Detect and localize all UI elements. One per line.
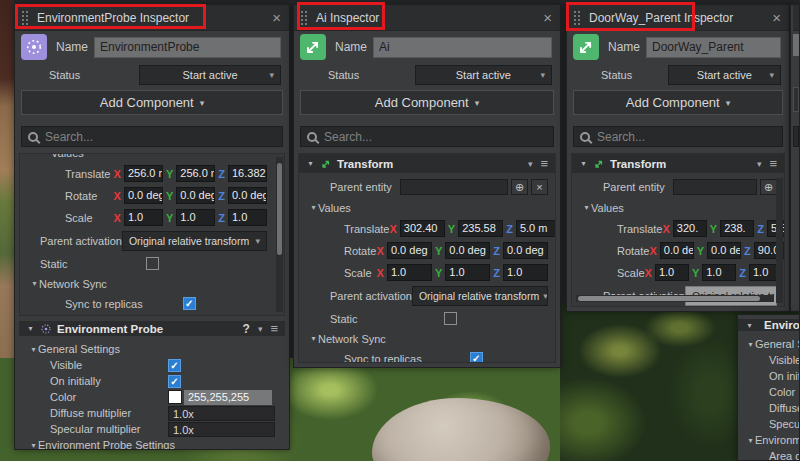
rotate-x-field[interactable]: 0.0 deg	[660, 242, 694, 259]
rotate-z-field[interactable]: 0.0 deg	[228, 187, 267, 204]
entity-name-input[interactable]	[646, 37, 781, 58]
drag-handle-icon[interactable]	[573, 10, 581, 25]
vertical-scrollbar[interactable]	[276, 157, 283, 312]
environment-probe-header[interactable]: ▾ Environment Probe ? ▾ ≡	[19, 321, 285, 336]
translate-y-field[interactable]: 238.	[720, 220, 754, 237]
search-box[interactable]: Search...	[573, 126, 783, 147]
translate-z-field[interactable]: 16.382	[228, 165, 267, 182]
add-component-button[interactable]	[793, 87, 799, 112]
collapse-arrow-icon[interactable]: ▾	[582, 203, 591, 212]
scale-z-field[interactable]: 1.0	[503, 264, 548, 281]
close-icon[interactable]: ×	[772, 10, 781, 25]
translate-x-field[interactable]: 320.	[673, 220, 707, 237]
collapse-arrow-icon[interactable]: ▾	[30, 279, 39, 288]
chevron-down-icon[interactable]: ▾	[757, 159, 762, 169]
specular-multiplier-field[interactable]: 1.0x	[168, 422, 275, 437]
entity-name-input[interactable]	[373, 37, 552, 58]
chevron-down-icon[interactable]: ▾	[258, 324, 263, 334]
collapse-arrow-icon[interactable]: ▾	[306, 159, 315, 168]
collapse-arrow-icon[interactable]: ▾	[309, 203, 318, 212]
status-dropdown[interactable]: Start active ▾	[415, 65, 553, 85]
rotate-x-field[interactable]: 0.0 deg	[387, 242, 432, 259]
help-icon[interactable]: ?	[243, 322, 250, 336]
add-component-button[interactable]: Add Component ▾	[21, 90, 283, 115]
collapse-arrow-icon[interactable]: ▾	[26, 324, 35, 333]
menu-icon[interactable]: ≡	[540, 156, 548, 171]
diffuse-multiplier-row: Diffuse multiplier 1.0x	[19, 405, 285, 421]
menu-icon[interactable]: ≡	[769, 156, 777, 171]
horizontal-scrollbar[interactable]	[576, 295, 774, 302]
close-icon[interactable]: ×	[543, 10, 552, 25]
drag-handle-icon[interactable]	[21, 10, 29, 25]
entity-name-input[interactable]	[793, 34, 799, 56]
scale-x-field[interactable]: 1.0	[387, 264, 432, 281]
entity-name-input[interactable]	[94, 37, 281, 58]
translate-y-field[interactable]: 235.58	[458, 220, 503, 237]
chevron-down-icon[interactable]: ▾	[528, 159, 533, 169]
collapse-arrow-icon[interactable]: ▾	[745, 321, 754, 330]
rotate-row: Rotate X0.0 deg Y0.0 deg Z0.0 deg	[299, 242, 548, 259]
sync-to-replicas-checkbox[interactable]: ✓	[183, 297, 196, 310]
scale-z-field[interactable]: 1.0	[228, 209, 267, 226]
rotate-y-field[interactable]: 0.0 deg	[707, 242, 741, 259]
clear-entity-icon[interactable]: ×	[531, 179, 548, 195]
visible-checkbox[interactable]: ✓	[168, 359, 181, 372]
translate-y-field[interactable]: 256.0 m	[176, 165, 215, 182]
rotate-x-field[interactable]: 0.0 deg	[124, 187, 163, 204]
diffuse-multiplier-field[interactable]: 1.0x	[168, 406, 275, 421]
scale-row: Scale X1.0 Y1.0 Z1.0	[299, 264, 548, 281]
environment-probe-header[interactable]: ▾ Environment Probe	[738, 319, 799, 331]
status-dropdown[interactable]: Start active ▾	[139, 65, 281, 85]
search-box[interactable]: Search...	[21, 126, 283, 147]
scale-y-field[interactable]: 1.0	[702, 264, 736, 281]
collapse-arrow-icon[interactable]: ▾	[746, 436, 755, 445]
drag-handle-icon[interactable]	[300, 10, 308, 25]
network-sync-row: ▾ Network Sync	[20, 276, 267, 291]
scale-x-field[interactable]: 1.0	[124, 209, 163, 226]
axis-x-label: X	[377, 245, 384, 257]
collapse-arrow-icon[interactable]: ▾	[29, 441, 38, 450]
panel-titlebar: DoorWay_Parent Inspector ×	[567, 5, 789, 31]
scale-y-field[interactable]: 1.0	[176, 209, 215, 226]
specular-multiplier-row: Specular multiplier	[738, 416, 799, 432]
rotate-z-field[interactable]: 0.0 deg	[503, 242, 548, 259]
add-component-button[interactable]: Add Component ▾	[300, 90, 554, 115]
vertical-scrollbar[interactable]	[776, 178, 783, 303]
collapse-arrow-icon[interactable]: ▾	[309, 334, 318, 343]
menu-icon[interactable]: ≡	[270, 321, 278, 336]
entity-picker-icon[interactable]: ⊕	[760, 179, 777, 195]
axis-x-label: X	[114, 168, 121, 180]
collapse-arrow-icon[interactable]: ▾	[29, 345, 38, 354]
translate-z-field[interactable]: 5.0 m	[516, 220, 556, 237]
rotate-y-field[interactable]: 0.0 deg	[176, 187, 215, 204]
axis-z-label: Z	[757, 223, 764, 235]
transform-header[interactable]: ▾ Transform ▾ ≡	[299, 154, 555, 173]
collapse-arrow-icon[interactable]: ▾	[579, 159, 588, 168]
parent-entity-field[interactable]	[673, 179, 757, 195]
translate-x-field[interactable]: 302.40	[400, 220, 445, 237]
rotate-row: Rotate X0.0 deg Y0.0 deg Z0.0 deg	[20, 187, 267, 204]
search-box[interactable]: Search...	[300, 126, 554, 147]
transform-header[interactable]: ▾ Transform ▾ ≡	[572, 154, 784, 173]
rotate-y-field[interactable]: 0.0 deg	[445, 242, 490, 259]
scrollbar-thumb[interactable]	[578, 296, 760, 301]
search-box[interactable]	[793, 126, 799, 147]
color-swatch[interactable]	[168, 390, 182, 404]
parent-activation-dropdown[interactable]: Original relative transform ▾	[412, 286, 548, 306]
status-dropdown[interactable]: Start active ▾	[668, 65, 781, 85]
collapse-arrow-icon[interactable]: ▾	[746, 340, 755, 349]
entity-picker-icon[interactable]: ⊕	[511, 179, 528, 195]
translate-x-field[interactable]: 256.0 m	[124, 165, 163, 182]
scale-x-field[interactable]: 1.0	[655, 264, 689, 281]
scale-y-field[interactable]: 1.0	[445, 264, 490, 281]
close-icon[interactable]: ×	[272, 10, 281, 25]
static-checkbox[interactable]	[146, 257, 159, 270]
static-checkbox[interactable]	[444, 312, 457, 325]
on-initially-checkbox[interactable]: ✓	[168, 375, 181, 388]
color-value-field[interactable]: 255,255,255	[184, 390, 272, 405]
parent-activation-dropdown[interactable]: Original relative transform ▾	[122, 231, 267, 251]
add-component-button[interactable]: Add Component ▾	[573, 90, 783, 115]
scrollbar-thumb[interactable]	[277, 163, 282, 255]
parent-entity-field[interactable]	[400, 179, 508, 195]
sync-to-replicas-checkbox[interactable]: ✓	[470, 352, 483, 363]
